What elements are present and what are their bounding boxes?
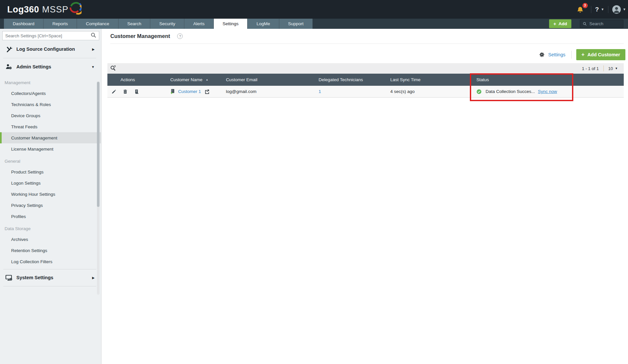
main-nav: Dashboard Reports Compliance Search Secu… [0,19,628,29]
app-logo: Log360 MSSP [7,4,82,15]
sidebar-item-log-source-configuration[interactable]: Log Source Configuration ▶ [0,42,102,56]
sidebar-item-label: Admin Settings [16,64,51,69]
tab-search[interactable]: Search [119,19,151,29]
sidebar-item-technicians-roles[interactable]: Technicians & Roles [0,99,102,110]
table-row: Customer 1 log@gmail.com 1 4 sec(s) ago [107,86,624,98]
sidebar-item-collectors-agents[interactable]: Collectors/Agents [0,88,102,99]
customer-settings-link[interactable]: Settings [539,52,565,58]
sidebar-item-license-management[interactable]: License Management [0,143,102,155]
sidebar-item-device-groups[interactable]: Device Groups [0,110,102,121]
sidebar-divider [3,58,96,58]
user-menu-caret-icon[interactable]: ▼ [623,8,626,11]
status-text: Data Collection Succes... [486,89,535,94]
sidebar-search-box[interactable] [2,31,99,40]
sidebar-item-label: System Settings [16,275,53,280]
customer-email: log@gmail.com [226,89,319,94]
customer-table: 1 - 1 of 1 10 ▼ Actions Customer Name ▲ … [107,63,624,98]
monitor-gear-icon [5,274,13,282]
tab-logme[interactable]: LogMe [248,19,279,29]
sidebar-item-threat-feeds[interactable]: Threat Feeds [0,121,102,132]
column-header-customer-email[interactable]: Customer Email [226,77,319,82]
column-header-last-sync-time[interactable]: Last Sync Time [390,77,476,82]
column-header-customer-name[interactable]: Customer Name ▲ [164,77,226,82]
page-title: Customer Management [110,33,170,39]
user-icon [612,5,621,14]
pagination-separator [603,65,604,71]
help-caret-icon[interactable]: ▼ [601,8,604,11]
sync-now-link[interactable]: Sync now [538,89,557,94]
column-header-actions[interactable]: Actions [107,77,164,82]
global-search-box[interactable] [580,20,623,28]
tab-support[interactable]: Support [279,19,313,29]
column-header-status[interactable]: Status [476,77,624,82]
sidebar-item-privacy-settings[interactable]: Privacy Settings [0,200,102,211]
sidebar-item-profiles[interactable]: Profiles [0,211,102,222]
tab-reports[interactable]: Reports [44,19,77,29]
topbar-separator [591,6,591,13]
sidebar-section-general: General [5,157,96,165]
logo-primary: Log360 [7,5,39,15]
sidebar-section-management: Management [5,79,96,86]
admin-user-gear-icon [5,63,13,70]
notification-count-badge: 3 [582,3,588,8]
main-content: Customer Management ? Settings [102,29,628,364]
report-icon[interactable] [134,89,139,94]
chevron-right-icon: ▶ [92,276,95,280]
page-help-icon[interactable]: ? [177,33,183,39]
table-header-row: Actions Customer Name ▲ Customer Email D… [107,74,624,86]
help-button[interactable]: ? [595,6,599,13]
settings-search-input[interactable] [3,33,91,38]
tab-dashboard[interactable]: Dashboard [4,19,44,29]
sidebar-item-system-settings[interactable]: System Settings ▶ [0,271,102,284]
delegated-technicians-link[interactable]: 1 [319,89,321,94]
sidebar-section-data-storage: Data Storage [5,225,96,232]
plus-icon: + [553,21,556,27]
chevron-down-icon: ▼ [615,67,618,70]
settings-sidebar: Log Source Configuration ▶ [0,29,102,364]
global-search-input[interactable] [589,21,620,26]
user-avatar[interactable] [612,5,621,14]
sidebar-divider [3,269,96,269]
table-search-icon[interactable] [110,65,116,72]
edit-icon[interactable] [111,89,117,94]
chevron-right-icon: ▶ [92,47,95,51]
tab-security[interactable]: Security [150,19,184,29]
table-toolbar: 1 - 1 of 1 10 ▼ [107,63,624,74]
logo-swirl-icon [66,0,82,15]
tools-icon [5,46,13,53]
sidebar-item-product-settings[interactable]: Product Settings [0,166,102,177]
customer-name-link[interactable]: Customer 1 [178,89,201,94]
page-size-dropdown[interactable]: 10 ▼ [608,66,618,71]
sidebar-scrollbar[interactable] [97,82,100,207]
sidebar-divider [3,286,96,286]
sidebar-item-log-collection-filters[interactable]: Log Collection Filters [0,256,102,267]
global-add-button[interactable]: + Add [549,19,571,28]
sidebar-item-archives[interactable]: Archives [0,234,102,245]
logo-secondary: MSSP [42,5,69,15]
sidebar-item-admin-settings[interactable]: Admin Settings ▼ [0,60,102,74]
notifications-button[interactable]: 3 [576,4,587,15]
tab-settings[interactable]: Settings [214,19,248,29]
external-link-icon[interactable] [205,89,210,94]
check-circle-icon [476,89,482,94]
delete-icon[interactable] [123,89,128,94]
sidebar-item-logon-settings[interactable]: Logon Settings [0,177,102,189]
top-bar: Log360 MSSP 3 ? ▼ ▼ [0,0,628,19]
sidebar-item-retention-settings[interactable]: Retention Settings [0,245,102,256]
actions-separator [571,51,572,59]
tab-compliance[interactable]: Compliance [77,19,118,29]
last-sync-time: 4 sec(s) ago [390,89,476,94]
sidebar-item-working-hour-settings[interactable]: Working Hour Settings [0,189,102,200]
chevron-down-icon: ▼ [91,65,95,69]
sidebar-item-label: Log Source Configuration [16,46,75,52]
title-divider [110,44,624,44]
tab-alerts[interactable]: Alerts [184,19,214,29]
topbar-separator [608,6,608,13]
sidebar-item-customer-management[interactable]: Customer Management [0,132,102,143]
add-customer-button[interactable]: + Add Customer [576,49,625,60]
plus-icon: + [582,52,584,58]
column-header-delegated-technicians[interactable]: Delegated Technicians [319,77,390,82]
settings-link-label: Settings [548,52,565,57]
server-icon [170,89,175,94]
sort-asc-icon: ▲ [206,78,208,81]
